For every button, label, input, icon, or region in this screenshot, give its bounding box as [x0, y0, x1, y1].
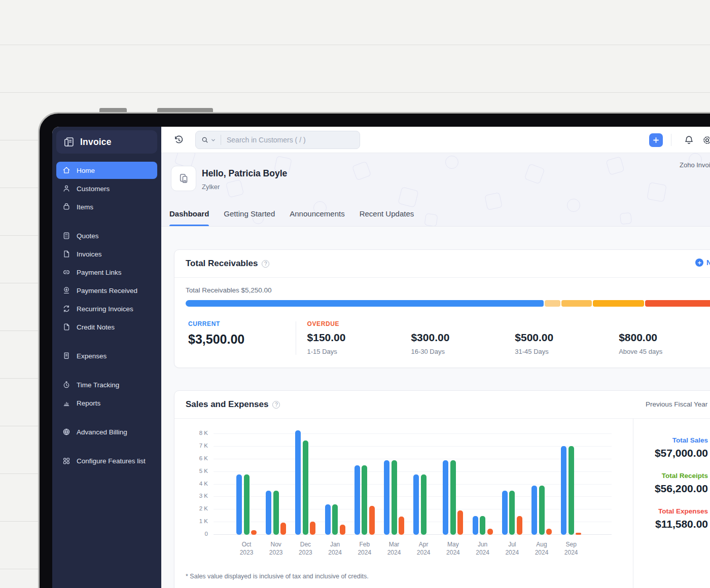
bar-sales-mar-2024 [384, 460, 389, 535]
overdue-bucket-16-30-days: $300.0016-30 Days [411, 320, 515, 355]
sidebar-item-expenses[interactable]: Expenses [56, 347, 157, 364]
sidebar-item-recurring-invoices[interactable]: Recurring Invoices [56, 300, 157, 317]
sidebar-item-quotes[interactable]: Quotes [56, 227, 157, 244]
sidebar-item-home[interactable]: Home [56, 162, 157, 179]
tab-dashboard[interactable]: Dashboard [169, 209, 209, 226]
org-avatar[interactable] [171, 166, 196, 191]
total-label: Total Sales [633, 436, 708, 444]
current-label: CURRENT [188, 320, 296, 327]
bar-expenses-jun-2024 [487, 529, 493, 535]
nav-group: HomeCustomersItems [52, 162, 161, 215]
chart-gridline [214, 446, 612, 447]
total-receivables-title: Total Receivables [186, 259, 258, 269]
overdue-label [515, 320, 619, 327]
bar-receipts-jun-2024 [480, 516, 485, 535]
sidebar-item-label: Items [77, 203, 93, 211]
ruled-line [0, 92, 710, 93]
nav-group: QuotesInvoicesPayment LinksPayments Rece… [52, 227, 161, 336]
tab-recent-updates[interactable]: Recent Updates [360, 209, 414, 226]
x-axis-label: Feb2024 [348, 540, 381, 557]
sales-expenses-totals: Total Sales$57,000.00Total Receipts$56,2… [633, 419, 710, 588]
stats-divider [296, 321, 296, 355]
search-scope-chevron-icon[interactable] [210, 137, 216, 143]
bar-receipts-apr-2024 [421, 474, 427, 535]
payments-received-icon [62, 286, 71, 295]
main-area: Search in Customers ( / ) [161, 127, 710, 588]
sidebar-item-configure-features-list[interactable]: Configure Features list [56, 452, 157, 469]
chart-plot-area [214, 428, 612, 535]
brand-text: Zoho Invoice [680, 161, 710, 169]
plus-icon [652, 136, 660, 144]
bar-expenses-aug-2024 [546, 529, 552, 535]
x-axis-label: Jan2024 [319, 540, 351, 557]
total-block-total-sales: Total Sales$57,000.00 [633, 436, 708, 459]
total-receivables-card: Total Receivables New Total Receivables … [174, 249, 710, 368]
overdue-label: OVERDUE [307, 320, 411, 327]
watermark-doodle-icon [567, 199, 580, 212]
aging-segment-overdue-1-15 [545, 300, 560, 307]
quotes-icon [62, 231, 71, 240]
search-input[interactable]: Search in Customers ( / ) [195, 131, 360, 149]
watermark-doodle-icon [226, 179, 244, 198]
x-axis-label: Aug2024 [525, 540, 558, 557]
sidebar-item-customers[interactable]: Customers [56, 180, 157, 197]
tab-announcements[interactable]: Announcements [290, 209, 344, 226]
y-axis-tick: 0 [186, 531, 208, 537]
credit-notes-icon [62, 322, 71, 332]
new-invoice-button[interactable]: New [695, 259, 710, 267]
y-axis-tick: 8 K [186, 430, 208, 436]
x-axis-label: May2024 [437, 540, 469, 557]
nav-group: Expenses [52, 347, 161, 364]
sales-expenses-body: 01 K2 K3 K4 K5 K6 K7 K8 KOct2023Nov2023D… [174, 419, 710, 588]
fiscal-year-filter[interactable]: Previous Fiscal Year [646, 400, 707, 408]
sidebar-item-credit-notes[interactable]: Credit Notes [56, 318, 157, 336]
sales-expenses-title: Sales and Expenses [186, 399, 268, 410]
y-axis-tick: 7 K [186, 443, 208, 449]
x-axis-label: Mar2024 [378, 540, 410, 557]
sidebar-item-label: Recurring Invoices [77, 305, 133, 313]
total-block-total-expenses: Total Expenses$11,580.00 [633, 507, 708, 530]
settings-gear-icon[interactable] [702, 135, 710, 145]
recent-history-icon[interactable] [173, 134, 184, 145]
x-axis-label: Jun2024 [467, 540, 499, 557]
chart-baseline [214, 534, 612, 535]
expenses-icon [62, 351, 71, 360]
y-axis-tick: 3 K [186, 493, 208, 499]
bar-expenses-jan-2024 [340, 525, 345, 535]
tab-getting-started[interactable]: Getting Started [224, 209, 275, 226]
nav-group: Time TrackingReports [52, 376, 161, 412]
quick-create-button[interactable] [649, 133, 663, 147]
sidebar-item-invoices[interactable]: Invoices [56, 245, 157, 263]
y-axis-tick: 2 K [186, 505, 208, 511]
sidebar-item-time-tracking[interactable]: Time Tracking [56, 376, 157, 393]
sidebar-item-reports[interactable]: Reports [56, 394, 157, 412]
sidebar-item-payment-links[interactable]: Payment Links [56, 264, 157, 281]
overdue-period: 31-45 Days [515, 348, 619, 355]
bar-sales-oct-2023 [236, 474, 242, 535]
bar-receipts-jan-2024 [332, 504, 338, 535]
help-icon[interactable] [272, 401, 280, 409]
watermark-doodle-icon [647, 182, 666, 202]
x-axis-label: Nov2023 [260, 540, 292, 557]
chart-gridline [214, 433, 612, 434]
x-axis-label: Oct2023 [230, 540, 263, 557]
sidebar-item-label: Reports [77, 399, 100, 407]
sidebar-item-label: Configure Features list [77, 457, 146, 465]
overdue-amount: $300.00 [411, 332, 515, 344]
sidebar-item-advanced-billing[interactable]: Advanced Billing [56, 423, 157, 440]
invoice-logo-icon [63, 136, 75, 148]
watermark-doodle-icon [445, 156, 458, 169]
overdue-bucket-31-45-days: $500.0031-45 Days [515, 320, 619, 355]
sidebar-item-items[interactable]: Items [56, 198, 157, 215]
overdue-amount: $150.00 [307, 332, 411, 344]
notifications-bell-icon[interactable] [684, 135, 694, 145]
help-icon[interactable] [262, 260, 269, 268]
dashboard-content: Total Receivables New Total Receivables … [161, 227, 710, 588]
dashboard-tabs: DashboardGetting StartedAnnouncementsRec… [169, 209, 414, 226]
app-logo[interactable]: Invoice [56, 130, 157, 154]
bar-receipts-jul-2024 [509, 491, 515, 535]
total-label: Total Expenses [633, 507, 708, 515]
sidebar-item-payments-received[interactable]: Payments Received [56, 282, 157, 299]
org-avatar-icon [177, 172, 190, 185]
x-axis-label: Dec2023 [289, 540, 322, 557]
